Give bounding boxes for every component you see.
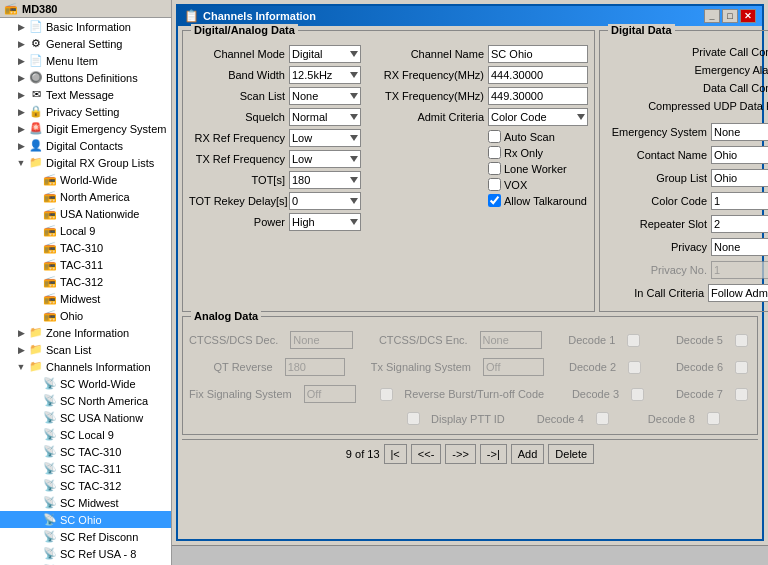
tree-expander[interactable]: ▶ [14, 328, 28, 338]
tree-expander[interactable]: ▶ [14, 345, 28, 355]
tree-item-text-message[interactable]: ▶✉Text Message [0, 86, 171, 103]
tree-item-digit-emergency[interactable]: ▶🚨Digit Emergency System [0, 120, 171, 137]
power-select[interactable]: HighLow [289, 213, 361, 231]
minimize-button[interactable]: _ [704, 9, 720, 23]
rx-ref-select[interactable]: LowMediumHigh [289, 129, 361, 147]
allow-talkaround-checkbox[interactable] [488, 194, 501, 207]
delete-button[interactable]: Delete [548, 444, 594, 464]
first-button[interactable]: |< [384, 444, 407, 464]
in-call-criteria-select[interactable]: Follow Admit CriteriAlwaysNever [708, 284, 768, 302]
tree-expander[interactable]: ▶ [14, 107, 28, 117]
bandwidth-select[interactable]: 12.5kHz25kHz [289, 66, 361, 84]
prev-button[interactable]: <<- [411, 444, 442, 464]
auto-scan-checkbox[interactable] [488, 130, 501, 143]
power-label: Power [189, 216, 289, 228]
tree-item-sc-midwest[interactable]: 📡SC Midwest [0, 494, 171, 511]
tree-expander[interactable]: ▼ [14, 362, 28, 372]
maximize-button[interactable]: □ [722, 9, 738, 23]
lone-worker-checkbox[interactable] [488, 162, 501, 175]
tree-expander[interactable]: ▼ [14, 158, 28, 168]
channel-mode-select[interactable]: DigitalAnalogMixed [289, 45, 361, 63]
rx-freq-input[interactable] [488, 66, 588, 84]
rx-only-row: Rx Only [383, 146, 588, 159]
vox-checkbox[interactable] [488, 178, 501, 191]
tree-item-sc-ohio[interactable]: 📡SC Ohio [0, 511, 171, 528]
rx-only-checkbox[interactable] [488, 146, 501, 159]
tree-expander[interactable]: ▶ [14, 56, 28, 66]
last-button[interactable]: ->| [480, 444, 507, 464]
group-list-select[interactable]: Ohio [711, 169, 768, 187]
next-button[interactable]: ->> [445, 444, 476, 464]
digital-data-title: Digital Data [608, 24, 675, 36]
in-call-criteria-label: In Call Criteria [606, 287, 708, 299]
decode6-label: Decode 6 [676, 361, 727, 373]
tree-item-sc-local-9[interactable]: 📡SC Local 9 [0, 426, 171, 443]
da-right-col: Channel Name RX Frequency(MHz) TX Freque… [383, 45, 588, 234]
tree-item-zone-info[interactable]: ▶📁Zone Information [0, 324, 171, 341]
tx-freq-input[interactable] [488, 87, 588, 105]
tree-item-sc-tac-310[interactable]: 📡SC TAC-310 [0, 443, 171, 460]
tx-ref-select[interactable]: LowMediumHigh [289, 150, 361, 168]
admit-criteria-select[interactable]: AlwaysChannel FreeColor Code [488, 108, 588, 126]
tree-item-world-wide[interactable]: 📻World-Wide [0, 171, 171, 188]
tree-item-general-setting[interactable]: ▶⚙General Setting [0, 35, 171, 52]
tree-item-sc-north-america[interactable]: 📡SC North America [0, 392, 171, 409]
tree-item-scan-list[interactable]: ▶📁Scan List [0, 341, 171, 358]
channel-name-row: Channel Name [383, 45, 588, 63]
color-code-select[interactable]: 123 [711, 192, 768, 210]
channel-icon: 📡 [42, 513, 58, 527]
tree-item-sc-tac-311[interactable]: 📡SC TAC-311 [0, 460, 171, 477]
tot-select[interactable]: 01530456090120180 [289, 171, 361, 189]
tot-rekey-label: TOT Rekey Delay[s] [189, 195, 289, 207]
tree-expander[interactable]: ▶ [14, 73, 28, 83]
tree-item-buttons-def[interactable]: ▶🔘Buttons Definitions [0, 69, 171, 86]
qt-reverse-select: 180 [285, 358, 346, 376]
scan-list-label: Scan List [189, 90, 289, 102]
tx-ref-row: TX Ref Frequency LowMediumHigh [189, 150, 379, 168]
tree-item-tac-312[interactable]: 📻TAC-312 [0, 273, 171, 290]
tree-expander[interactable]: ▶ [14, 22, 28, 32]
tree-container: ▶📄Basic Information▶⚙General Setting▶📄Me… [0, 18, 171, 565]
digital-data-group: Digital Data Private Call Confirmed Emer… [599, 30, 768, 312]
emergency-icon: 🚨 [28, 122, 44, 136]
tree-item-ohio[interactable]: 📻Ohio [0, 307, 171, 324]
tree-item-channels-info[interactable]: ▼📁Channels Information [0, 358, 171, 375]
tree-expander[interactable]: ▶ [14, 141, 28, 151]
tree-item-label: TAC-310 [60, 242, 103, 254]
tree-item-label: Digital RX Group Lists [46, 157, 154, 169]
tree-item-sc-ref-disconn[interactable]: 📡SC Ref Disconn [0, 528, 171, 545]
emergency-system-select[interactable]: None [711, 123, 768, 141]
squelch-select[interactable]: NormalTight [289, 108, 361, 126]
tree-item-digital-contacts[interactable]: ▶👤Digital Contacts [0, 137, 171, 154]
tot-rekey-select[interactable]: 012 [289, 192, 361, 210]
tree-item-label: SC TAC-310 [60, 446, 121, 458]
tree-item-midwest[interactable]: 📻Midwest [0, 290, 171, 307]
tree-item-label: Scan List [46, 344, 91, 356]
tree-item-digital-rx-group[interactable]: ▼📁Digital RX Group Lists [0, 154, 171, 171]
tree-item-basic-info[interactable]: ▶📄Basic Information [0, 18, 171, 35]
add-button[interactable]: Add [511, 444, 545, 464]
tree-item-label: Menu Item [46, 55, 98, 67]
tree-expander[interactable]: ▶ [14, 90, 28, 100]
tree-item-usa-nationwide[interactable]: 📻USA Nationwide [0, 205, 171, 222]
tree-item-sc-tac-312[interactable]: 📡SC TAC-312 [0, 477, 171, 494]
ctcss-dec-select: None [290, 331, 353, 349]
contact-name-select[interactable]: Ohio [711, 146, 768, 164]
tree-item-menu-item[interactable]: ▶📄Menu Item [0, 52, 171, 69]
tree-item-sc-usa-nationw[interactable]: 📡SC USA Nationw [0, 409, 171, 426]
repeater-slot-select[interactable]: 12 [711, 215, 768, 233]
tree-item-tac-310[interactable]: 📻TAC-310 [0, 239, 171, 256]
tree-item-sc-world-wide[interactable]: 📡SC World-Wide [0, 375, 171, 392]
privacy-select[interactable]: NoneBasicEnhanced [711, 238, 768, 256]
scan-list-select[interactable]: None [289, 87, 361, 105]
tree-item-local-9[interactable]: 📻Local 9 [0, 222, 171, 239]
tree-item-label: SC World-Wide [60, 378, 136, 390]
tree-item-sc-ref-usa-8[interactable]: 📡SC Ref USA - 8 [0, 545, 171, 562]
tree-item-privacy-setting[interactable]: ▶🔒Privacy Setting [0, 103, 171, 120]
tree-item-tac-311[interactable]: 📻TAC-311 [0, 256, 171, 273]
tree-item-north-america[interactable]: 📻North America [0, 188, 171, 205]
close-button[interactable]: ✕ [740, 9, 756, 23]
tree-expander[interactable]: ▶ [14, 39, 28, 49]
channel-name-input[interactable] [488, 45, 588, 63]
tree-expander[interactable]: ▶ [14, 124, 28, 134]
